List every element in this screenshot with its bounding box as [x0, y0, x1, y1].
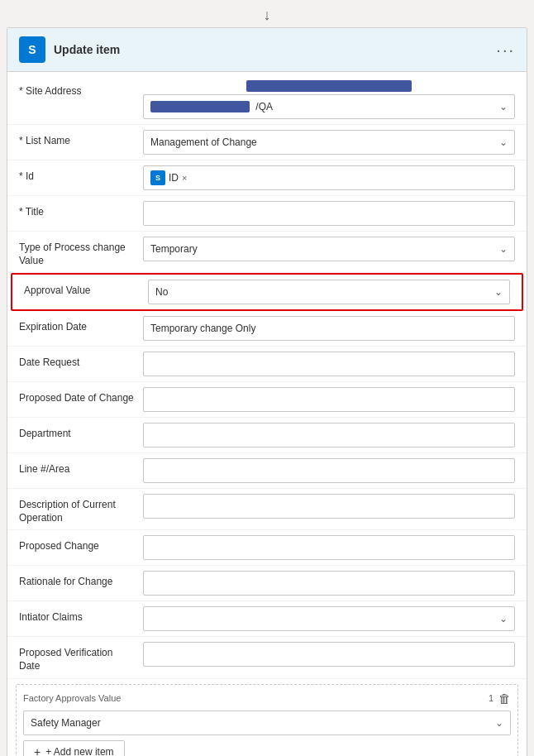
- process-change-select[interactable]: Temporary ⌄: [143, 237, 515, 261]
- date-request-input[interactable]: [143, 352, 515, 376]
- label-title: * Title: [19, 201, 143, 219]
- field-list-name: * List Name Management of Change ⌄: [7, 125, 527, 160]
- field-verification-date: Proposed Verification Date: [7, 637, 527, 678]
- flow-arrow: ↓: [0, 0, 534, 27]
- site-address-redacted-top: [246, 80, 412, 92]
- factory-approvals-chevron: ⌄: [495, 717, 503, 729]
- rationale-input[interactable]: [143, 571, 515, 596]
- form-body: * Site Address /QA ⌄ * List Name M: [7, 72, 527, 756]
- proposed-change-input[interactable]: [143, 535, 515, 560]
- field-approval-value: Approval Value No ⌄: [11, 273, 523, 311]
- arrow-down-icon: ↓: [264, 7, 271, 24]
- field-process-change: Type of Process change Value Temporary ⌄: [7, 232, 527, 273]
- field-date-request: Date Request: [7, 347, 527, 382]
- header-left: S Update item: [19, 36, 120, 63]
- label-proposed-change: Proposed Change: [19, 535, 143, 553]
- label-description: Description of Current Operation: [19, 494, 143, 524]
- proposed-date-control: [143, 387, 515, 412]
- description-input[interactable]: [143, 494, 515, 519]
- field-title: * Title: [7, 196, 527, 232]
- header-icon: S: [19, 36, 45, 63]
- factory-approvals-plus-icon: +: [34, 745, 41, 756]
- date-request-control: [143, 352, 515, 376]
- proposed-change-control: [143, 535, 515, 560]
- initiator-select[interactable]: ⌄: [143, 606, 515, 631]
- title-control: [143, 201, 515, 226]
- title-input[interactable]: [143, 201, 515, 226]
- list-name-control: Management of Change ⌄: [143, 130, 515, 155]
- factory-approvals-add-label: + Add new item: [45, 746, 113, 756]
- site-address-redacted-bottom: [150, 101, 250, 112]
- field-proposed-change: Proposed Change: [7, 530, 527, 566]
- label-site-address: * Site Address: [19, 80, 143, 98]
- line-area-input[interactable]: [143, 458, 515, 483]
- label-rationale: Rationale for Change: [19, 571, 143, 589]
- description-control: [143, 494, 515, 519]
- process-change-chevron: ⌄: [499, 243, 508, 255]
- label-expiration-date: Expiration Date: [19, 316, 143, 334]
- list-name-chevron: ⌄: [499, 136, 508, 148]
- id-text: ID: [169, 172, 179, 184]
- site-address-chevron: ⌄: [499, 101, 508, 112]
- menu-button[interactable]: ···: [496, 41, 515, 60]
- label-verification-date: Proposed Verification Date: [19, 642, 143, 672]
- id-icon: S: [150, 170, 165, 185]
- field-department: Department: [7, 418, 527, 453]
- card-title: Update item: [54, 43, 120, 56]
- list-name-value: Management of Change: [150, 136, 499, 148]
- label-date-request: Date Request: [19, 352, 143, 370]
- proposed-date-input[interactable]: [143, 387, 515, 412]
- approval-value-control: No ⌄: [148, 280, 510, 304]
- field-site-address: * Site Address /QA ⌄: [7, 75, 527, 125]
- id-remove-button[interactable]: ×: [182, 173, 187, 183]
- field-proposed-date: Proposed Date of Change: [7, 382, 527, 418]
- site-address-dropdown[interactable]: /QA ⌄: [143, 94, 515, 119]
- label-list-name: * List Name: [19, 130, 143, 148]
- label-proposed-date: Proposed Date of Change: [19, 387, 143, 405]
- factory-approvals-title: Factory Approvals Value: [23, 693, 121, 703]
- approval-value-value: No: [155, 286, 494, 298]
- factory-approvals-header: Factory Approvals Value 1 🗑: [23, 691, 511, 706]
- field-description: Description of Current Operation: [7, 489, 527, 530]
- field-line-area: Line #/Area: [7, 453, 527, 489]
- field-rationale: Rationale for Change: [7, 566, 527, 601]
- expiration-date-input[interactable]: [143, 316, 515, 341]
- id-badge: S ID ×: [143, 165, 515, 190]
- approval-value-select[interactable]: No ⌄: [148, 280, 510, 304]
- label-approval-value: Approval Value: [24, 280, 148, 298]
- site-address-control: /QA ⌄: [143, 80, 515, 119]
- factory-approvals-add-button[interactable]: + + Add new item: [23, 740, 125, 756]
- label-line-area: Line #/Area: [19, 458, 143, 476]
- initiator-chevron: ⌄: [499, 613, 508, 624]
- label-id: * Id: [19, 165, 143, 184]
- verification-date-input[interactable]: [143, 642, 515, 667]
- label-process-change: Type of Process change Value: [19, 237, 143, 267]
- factory-approvals-delete-icon[interactable]: 🗑: [498, 691, 511, 706]
- department-input[interactable]: [143, 423, 515, 447]
- field-expiration-date: Expiration Date: [7, 311, 527, 347]
- process-change-value: Temporary: [150, 243, 499, 255]
- rationale-control: [143, 571, 515, 596]
- field-initiator: Intiator Claims ⌄: [7, 601, 527, 637]
- factory-approvals-section: Factory Approvals Value 1 🗑 Safety Manag…: [16, 684, 518, 756]
- card-header: S Update item ···: [7, 28, 527, 72]
- site-address-value: /QA: [150, 101, 499, 113]
- label-department: Department: [19, 423, 143, 441]
- label-initiator: Intiator Claims: [19, 606, 143, 624]
- factory-approvals-select[interactable]: Safety Manager ⌄: [23, 711, 511, 735]
- department-control: [143, 423, 515, 447]
- factory-approvals-counter: 1: [489, 693, 493, 703]
- factory-approvals-value: Safety Manager: [31, 717, 495, 729]
- approval-value-chevron: ⌄: [494, 286, 503, 298]
- line-area-control: [143, 458, 515, 483]
- verification-date-control: [143, 642, 515, 667]
- process-change-control: Temporary ⌄: [143, 237, 515, 261]
- field-id: * Id S ID ×: [7, 160, 527, 196]
- id-control: S ID ×: [143, 165, 515, 190]
- expiration-date-control: [143, 316, 515, 341]
- list-name-select[interactable]: Management of Change ⌄: [143, 130, 515, 155]
- update-item-card: S Update item ··· * Site Address /QA ⌄: [7, 27, 527, 756]
- initiator-control: ⌄: [143, 606, 515, 631]
